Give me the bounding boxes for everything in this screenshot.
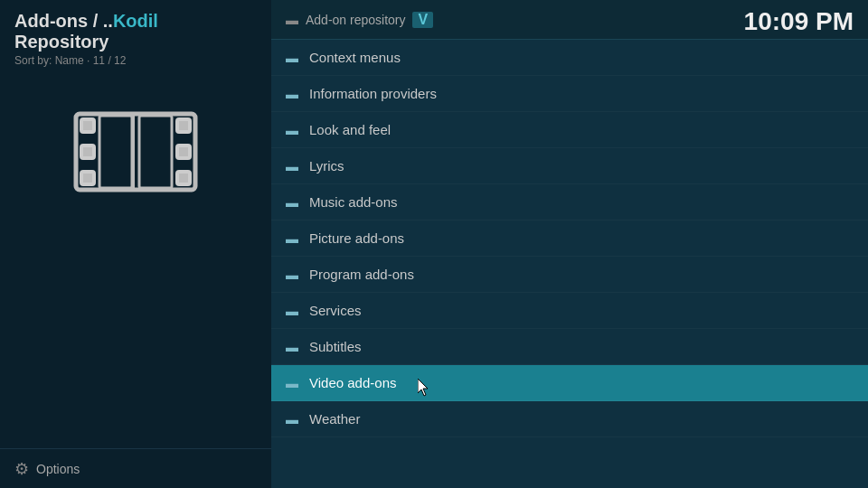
folder-icon: ▬: [286, 304, 298, 318]
clock: 10:09 PM: [744, 7, 854, 36]
svg-rect-4: [177, 119, 190, 132]
item-label: Lyrics: [309, 158, 344, 174]
list-item[interactable]: ▬ Look and feel: [271, 112, 868, 148]
list-item[interactable]: ▬ Context menus: [271, 40, 868, 76]
svg-rect-1: [81, 119, 94, 132]
item-label: Information providers: [309, 86, 437, 101]
list-item[interactable]: ▬ Services: [271, 293, 868, 329]
item-label: Program add-ons: [309, 267, 414, 282]
item-label: Look and feel: [309, 122, 391, 137]
list-item[interactable]: ▬ Music add-ons: [271, 184, 868, 221]
svg-rect-5: [177, 145, 190, 158]
item-label: Video add-ons: [309, 375, 396, 390]
breadcrumb-title: Add-ons / ..Kodil Repository: [14, 11, 257, 52]
svg-rect-6: [177, 172, 190, 184]
folder-icon: ▬: [286, 195, 298, 210]
list-item[interactable]: ▬ Information providers: [271, 76, 868, 112]
folder-icon: ▬: [286, 231, 298, 246]
folder-icon: ▬: [286, 340, 298, 354]
repository-text: Repository: [14, 32, 108, 52]
options-label: Options: [36, 462, 80, 476]
folder-icon: ▬: [286, 412, 298, 427]
list-item[interactable]: ▬ Program add-ons: [271, 257, 868, 293]
folder-icon: ▬: [286, 267, 298, 282]
folder-icon: ▬: [286, 87, 298, 101]
svg-rect-7: [99, 116, 132, 188]
breadcrumb-prefix: Add-ons / ..: [14, 11, 113, 31]
list-item[interactable]: ▬ Lyrics: [271, 148, 868, 184]
item-label: Picture add-ons: [309, 230, 404, 246]
film-icon-container: [0, 107, 271, 197]
film-strip-icon: [72, 107, 199, 197]
folder-icon: ▬: [286, 376, 298, 390]
sort-info: Sort by: Name · 11 / 12: [14, 54, 257, 67]
gear-icon: ⚙: [14, 459, 29, 479]
folder-icon: ▬: [286, 123, 298, 137]
list-item[interactable]: ▬ Picture add-ons: [271, 221, 868, 257]
item-label: Services: [309, 303, 362, 318]
breadcrumb: Add-ons / ..Kodil Repository Sort by: Na…: [0, 0, 271, 70]
svg-rect-2: [81, 145, 94, 158]
v-badge: V: [412, 12, 433, 28]
folder-icon: ▬: [286, 51, 298, 65]
left-panel: Add-ons / ..Kodil Repository Sort by: Na…: [0, 0, 271, 488]
addon-repo-label: Add-on repository V: [306, 12, 433, 28]
addon-type-text: Add-on repository: [306, 13, 406, 27]
svg-rect-8: [139, 116, 172, 188]
item-label: Subtitles: [309, 339, 362, 354]
list-item[interactable]: ▬ Video add-ons: [271, 365, 868, 401]
folder-header-icon: ▬: [286, 13, 298, 27]
folder-icon: ▬: [286, 159, 298, 174]
item-label: Music add-ons: [309, 194, 398, 210]
addon-list: ▬ Context menus ▬ Information providers …: [271, 40, 868, 437]
kodil-text: Kodil: [113, 11, 158, 31]
right-panel: ▬ Add-on repository V 10:09 PM ▬ Context…: [271, 0, 868, 488]
list-item[interactable]: ▬ Subtitles: [271, 329, 868, 365]
item-label: Weather: [309, 411, 360, 427]
options-bar[interactable]: ⚙ Options: [0, 448, 271, 488]
item-label: Context menus: [309, 50, 401, 65]
svg-rect-3: [81, 172, 94, 184]
film-svg: [72, 107, 199, 197]
list-item[interactable]: ▬ Weather: [271, 401, 868, 437]
